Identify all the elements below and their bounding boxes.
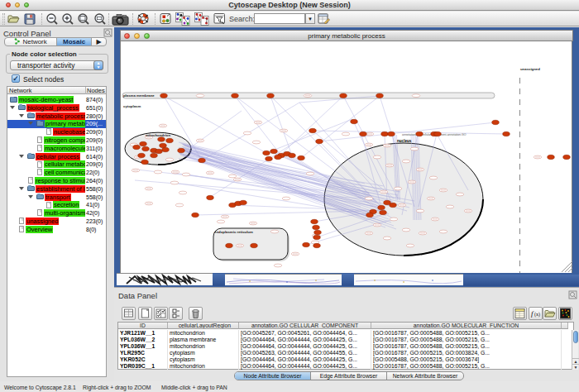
svg-text:unassigned: unassigned — [520, 67, 540, 71]
svg-text:mitochondrion: mitochondrion — [146, 133, 170, 137]
svg-text:plasma membrane: plasma membrane — [123, 93, 155, 98]
svg-text:cytoplasm: cytoplasm — [123, 104, 141, 108]
svg-text:endoplasmic reticulum: endoplasmic reticulum — [214, 230, 253, 234]
svg-text:nucleus: nucleus — [397, 139, 412, 143]
svg-text:(x): (x) — [534, 312, 540, 318]
